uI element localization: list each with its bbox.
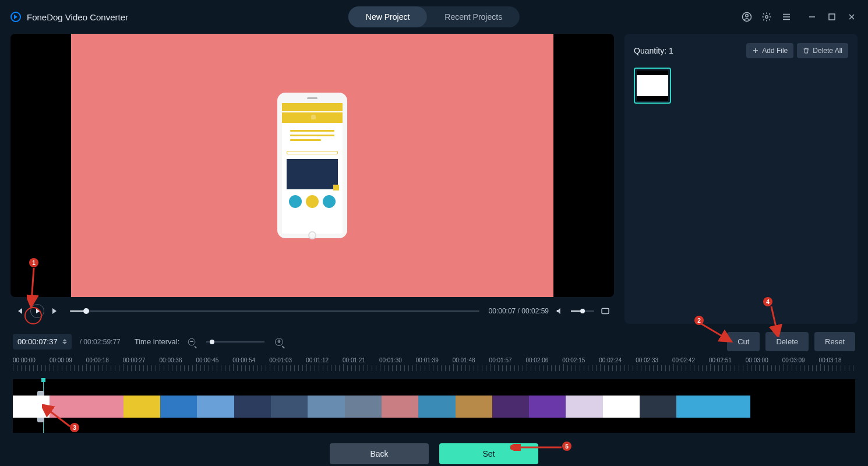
annotation-arrow-5 bbox=[510, 444, 564, 451]
ruler-label: 00:00:36 bbox=[160, 357, 196, 363]
settings-icon[interactable] bbox=[761, 11, 772, 23]
window-controls bbox=[806, 11, 858, 23]
video-preview[interactable] bbox=[10, 34, 614, 297]
menu-icon[interactable] bbox=[781, 11, 792, 23]
edit-actions: Cut Delete Reset bbox=[727, 332, 855, 351]
svg-point-1 bbox=[746, 15, 749, 17]
ruler-label: 00:00:09 bbox=[50, 357, 86, 363]
close-button[interactable] bbox=[846, 11, 858, 23]
time-spinner[interactable] bbox=[62, 339, 67, 344]
ruler-label: 00:00:27 bbox=[123, 357, 159, 363]
preview-column: 00:00:07 / 00:02:59 bbox=[10, 34, 614, 324]
playback-time: 00:00:07 / 00:02:59 bbox=[489, 307, 549, 315]
ruler-label: 00:00:54 bbox=[232, 357, 269, 363]
preview-frame bbox=[71, 34, 554, 297]
annotation-arrow-4 bbox=[767, 305, 784, 337]
annotation-arrow-2 bbox=[699, 322, 734, 345]
interval-label: Time interval: bbox=[135, 337, 180, 346]
main-area: 00:00:07 / 00:02:59 Quantity: 1 Add File… bbox=[0, 34, 868, 324]
annotation-highlight-1 bbox=[24, 307, 42, 324]
minimize-button[interactable] bbox=[806, 11, 818, 23]
ruler-label: 00:01:12 bbox=[306, 357, 342, 363]
bottom-buttons: Back Set bbox=[0, 433, 868, 466]
delete-all-button[interactable]: Delete All bbox=[797, 43, 848, 58]
clip-thumbnail[interactable] bbox=[634, 68, 671, 104]
clips-panel-header: Quantity: 1 Add File Delete All bbox=[634, 43, 848, 58]
svg-rect-3 bbox=[829, 14, 835, 20]
tab-new-project[interactable]: New Project bbox=[348, 6, 427, 27]
maximize-button[interactable] bbox=[826, 11, 838, 23]
timeline-ruler[interactable]: 00:00:0000:00:0900:00:1800:00:2700:00:36… bbox=[0, 354, 868, 371]
ruler-label: 00:01:03 bbox=[269, 357, 305, 363]
total-time: / 00:02:59:77 bbox=[80, 338, 121, 346]
svg-rect-4 bbox=[602, 308, 609, 313]
interval-slider[interactable] bbox=[206, 341, 264, 343]
ruler-label: 00:01:48 bbox=[453, 357, 489, 363]
ruler-label: 00:01:39 bbox=[416, 357, 452, 363]
titlebar-right bbox=[741, 11, 858, 23]
playback-bar: 00:00:07 / 00:02:59 bbox=[10, 298, 614, 324]
zoom-out-icon[interactable] bbox=[188, 338, 196, 345]
annotation-badge-5: 5 bbox=[562, 442, 571, 451]
annotation-badge-3: 3 bbox=[70, 423, 79, 432]
ruler-label: 00:02:06 bbox=[525, 357, 562, 363]
app-title: FoneDog Video Converter bbox=[27, 12, 128, 22]
zoom-in-icon[interactable] bbox=[275, 338, 283, 346]
main-tabs: New Project Recent Projects bbox=[348, 6, 520, 27]
ruler-label: 00:01:21 bbox=[343, 357, 379, 363]
ruler-label: 00:00:00 bbox=[13, 357, 49, 363]
ruler-label: 00:00:18 bbox=[86, 357, 122, 363]
quantity-label: Quantity: 1 bbox=[634, 46, 673, 55]
volume-icon[interactable] bbox=[555, 306, 565, 316]
ruler-label: 00:01:57 bbox=[489, 357, 525, 363]
annotation-arrow-1 bbox=[27, 267, 38, 308]
tab-recent-projects[interactable]: Recent Projects bbox=[427, 6, 520, 27]
clips-panel: Quantity: 1 Add File Delete All bbox=[624, 34, 858, 324]
edit-bar: 00:00:07:37 / 00:02:59:77 Time interval:… bbox=[0, 324, 868, 354]
titlebar: FoneDog Video Converter New Project Rece… bbox=[0, 0, 868, 34]
clip-frames bbox=[13, 396, 750, 418]
add-file-button[interactable]: Add File bbox=[746, 43, 793, 58]
phone-graphic bbox=[277, 93, 347, 238]
filmstrip[interactable] bbox=[13, 379, 855, 433]
ruler-label: 00:03:18 bbox=[819, 357, 855, 363]
annotation-badge-2: 2 bbox=[694, 316, 704, 325]
app-logo-icon bbox=[10, 12, 21, 22]
next-frame-button[interactable] bbox=[50, 306, 61, 316]
ruler-label: 00:02:24 bbox=[599, 357, 635, 363]
ruler-label: 00:02:33 bbox=[636, 357, 672, 363]
current-time-input[interactable]: 00:00:07:37 bbox=[13, 334, 72, 350]
ruler-label: 00:02:15 bbox=[562, 357, 598, 363]
ruler-label: 00:00:45 bbox=[196, 357, 232, 363]
ruler-label: 00:02:51 bbox=[709, 357, 745, 363]
ruler-label: 00:02:42 bbox=[672, 357, 708, 363]
ruler-label: 00:01:30 bbox=[379, 357, 415, 363]
progress-slider[interactable] bbox=[70, 310, 479, 312]
reset-button[interactable]: Reset bbox=[814, 332, 855, 351]
ruler-label: 00:03:00 bbox=[746, 357, 782, 363]
account-icon[interactable] bbox=[741, 11, 753, 23]
prev-frame-button[interactable] bbox=[14, 306, 24, 316]
fullscreen-button[interactable] bbox=[600, 306, 611, 316]
annotation-badge-4: 4 bbox=[763, 297, 772, 306]
ruler-label: 00:03:09 bbox=[782, 357, 818, 363]
svg-point-2 bbox=[765, 16, 768, 19]
annotation-badge-1: 1 bbox=[29, 258, 38, 267]
back-button[interactable]: Back bbox=[330, 443, 429, 464]
volume-slider[interactable] bbox=[571, 310, 594, 312]
